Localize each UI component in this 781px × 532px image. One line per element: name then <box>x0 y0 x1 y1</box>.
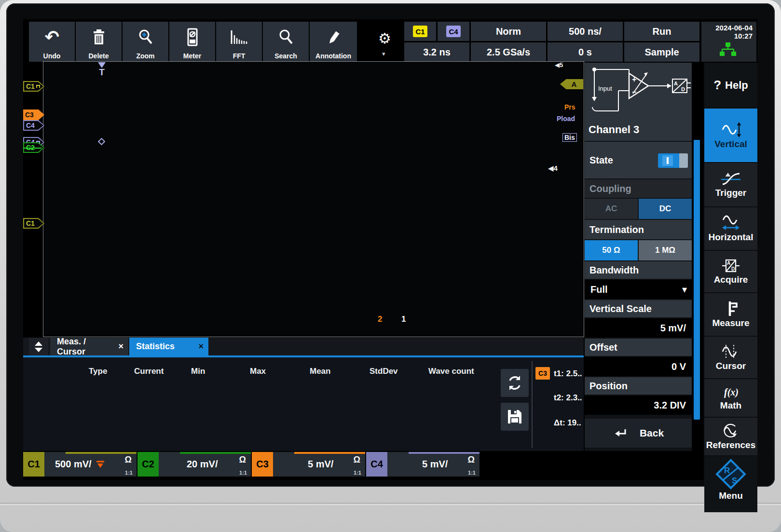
toolbar-expand-caret-icon[interactable]: ▾ <box>382 50 385 57</box>
delete-label: Delete <box>88 52 109 60</box>
marker-4: ◀4 <box>548 164 558 173</box>
sample-rate-box[interactable]: 2.5 GSa/s <box>471 42 546 62</box>
help-label: Help <box>725 79 748 92</box>
sidebar-label: Acquire <box>714 274 748 285</box>
lan-network-icon[interactable] <box>718 41 738 59</box>
timebase-box[interactable]: 500 ns/ <box>548 22 623 41</box>
run-state-box[interactable]: Run <box>624 22 699 41</box>
state-toggle[interactable] <box>658 153 688 168</box>
position-header: Position <box>585 377 692 395</box>
col-type: Type <box>89 367 134 376</box>
trigger-mode-box[interactable]: Norm <box>471 22 546 41</box>
sidebar-item-vertical[interactable]: Vertical <box>704 109 757 163</box>
channel-block-c3[interactable]: C3 5 mV/ Ω 1:1 <box>252 452 365 477</box>
coupling-buttons: AC DC <box>585 199 692 219</box>
sidebar-item-horizontal[interactable]: Horizontal <box>704 207 757 251</box>
bandwidth-dropdown[interactable]: Full▾ <box>585 280 692 299</box>
trigger-source-c1[interactable]: C1 <box>404 22 436 41</box>
c1-badge: C1 <box>23 452 44 477</box>
state-row: State <box>585 142 692 178</box>
sidebar-label: Menu <box>719 491 743 501</box>
tag-label: C1 <box>26 82 35 90</box>
channel-tag-c3[interactable]: C3 <box>23 109 44 120</box>
tag-label: C4 <box>26 122 35 129</box>
trigger-source-c4[interactable]: C4 <box>438 22 469 41</box>
bandwidth-header: Bandwidth <box>585 261 692 279</box>
horizontal-icon <box>720 215 741 231</box>
termination-buttons: 50 Ω 1 MΩ <box>585 240 692 260</box>
sidebar-label: Trigger <box>715 188 746 198</box>
reset-icon[interactable] <box>676 303 688 314</box>
signal-path-diagram: + − A D <box>585 63 692 122</box>
channel-block-c2[interactable]: C2 20 mV/ Ω 1:1 <box>137 452 251 477</box>
delete-button[interactable]: Delete <box>76 22 122 62</box>
channel-tag-c4[interactable]: C4 <box>23 120 44 131</box>
position-field[interactable]: 3.2 DIV <box>585 396 692 415</box>
acquisition-mode-box[interactable]: Sample <box>624 42 699 62</box>
statistics-save-button[interactable] <box>501 403 529 431</box>
sidebar-item-trigger[interactable]: Trigger <box>704 163 757 207</box>
c4-trace-label: Pload <box>557 115 575 123</box>
cursor1-label[interactable]: 1 <box>401 314 406 324</box>
vertical-icon <box>720 122 741 138</box>
tab-collapse-toggle[interactable] <box>29 338 48 355</box>
vertical-scale-field[interactable]: 5 mV/ <box>585 318 692 338</box>
marker-5: ◀5 <box>555 61 563 68</box>
zoom-button[interactable]: Zoom <box>123 22 168 62</box>
probe-ratio: 1:1 <box>125 470 133 476</box>
sidebar-item-math[interactable]: f(x) Math <box>704 379 757 418</box>
fft-button[interactable]: FFT <box>216 22 262 62</box>
termination-1mohm-button[interactable]: 1 MΩ <box>639 240 692 260</box>
diagram-input-label: Input <box>598 85 612 92</box>
impedance-symbol: Ω <box>354 455 360 465</box>
col-mean: Mean <box>310 367 370 376</box>
waveform-graticule[interactable]: T A ◀5 ◀4 2 1 Prs Pload Bis <box>43 62 584 337</box>
close-icon[interactable]: × <box>118 341 123 352</box>
sidebar-item-cursor[interactable]: Cursor <box>704 337 757 379</box>
annotation-button[interactable]: Annotation <box>310 22 357 62</box>
coupling-header: Coupling <box>585 179 692 198</box>
tab-meas-cursor[interactable]: Meas. / Cursor × <box>50 338 128 355</box>
panel-scrollbar[interactable] <box>694 140 700 420</box>
reset-icon[interactable] <box>676 380 688 392</box>
resolution-box[interactable]: 3.2 ns <box>404 42 469 62</box>
horizontal-position-box[interactable]: 0 s <box>548 42 623 62</box>
probe-ratio: 1:1 <box>354 470 361 476</box>
channel-block-c1[interactable]: C1 500 mV/ Ω 1:1 <box>23 452 137 477</box>
statistics-reset-button[interactable] <box>501 369 529 397</box>
settings-gear-icon[interactable]: ⚙ <box>378 30 391 47</box>
sidebar-label: References <box>706 440 755 450</box>
channel-block-c4[interactable]: C4 5 mV/ Ω 1:1 <box>366 452 480 477</box>
coupling-dc-button[interactable]: DC <box>639 199 692 219</box>
channel-tag-c1-trigger[interactable]: C1 <box>23 81 44 92</box>
fft-label: FFT <box>233 52 246 60</box>
svg-text:D: D <box>731 266 735 272</box>
cursor2-label[interactable]: 2 <box>378 314 382 324</box>
offset-field[interactable]: 0 V <box>585 357 692 376</box>
sidebar-item-references[interactable]: References <box>704 418 757 456</box>
channel-tag-c1[interactable]: C1 <box>23 218 44 229</box>
c4-chip: C4 <box>446 26 461 37</box>
search-button[interactable]: Search <box>263 22 309 62</box>
help-button[interactable]: ? Help <box>704 63 757 109</box>
trigger-icon <box>720 171 741 187</box>
cursor-t1-readout: t1: 2.5.. <box>554 369 582 379</box>
reset-icon[interactable] <box>676 264 688 276</box>
meter-button[interactable]: Meter <box>169 22 215 62</box>
sidebar-item-menu[interactable]: R S Menu <box>704 456 757 512</box>
waveform-canvas[interactable] <box>43 62 584 337</box>
probe-ratio: 1:1 <box>239 470 247 476</box>
tab-statistics[interactable]: Statistics × <box>129 338 208 355</box>
undo-button[interactable]: ↶ Undo <box>29 22 75 62</box>
col-max: Max <box>250 367 310 376</box>
sidebar-item-acquire[interactable]: AD Acquire <box>704 251 757 293</box>
back-button[interactable]: Back <box>585 419 692 448</box>
sidebar-item-measure[interactable]: Measure <box>704 293 757 337</box>
col-stddev: StdDev <box>370 367 428 376</box>
coupling-ac-button[interactable]: AC <box>585 199 638 219</box>
meter-icon <box>185 22 200 52</box>
termination-50ohm-button[interactable]: 50 Ω <box>585 240 638 260</box>
close-icon[interactable]: × <box>198 341 204 352</box>
fft-icon <box>229 22 250 52</box>
reset-icon[interactable] <box>676 341 688 353</box>
